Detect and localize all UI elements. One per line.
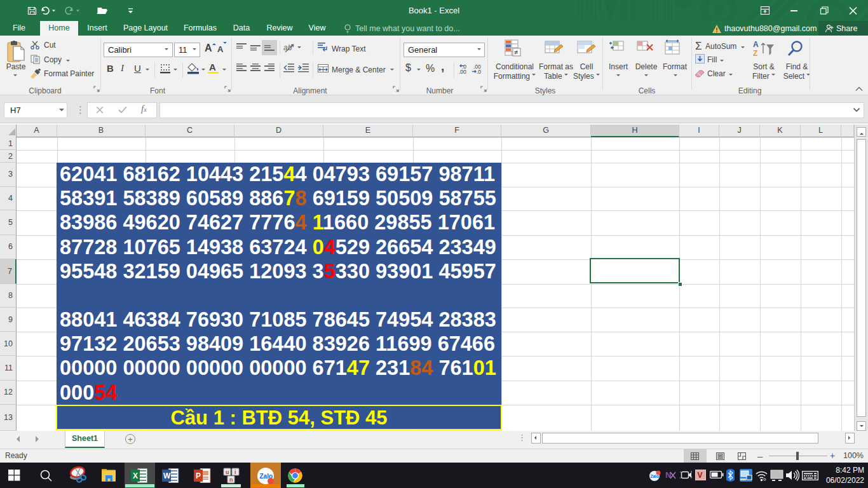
svg-text:P: P — [196, 471, 201, 480]
svg-text:W: W — [163, 471, 171, 480]
svg-text:X: X — [133, 471, 138, 480]
svg-text:.0: .0 — [477, 69, 481, 74]
svg-text:n: n — [229, 477, 233, 483]
svg-text:.00: .00 — [459, 69, 466, 74]
svg-text:Z: Z — [753, 49, 757, 58]
svg-text:u: u — [226, 469, 229, 475]
svg-text:A: A — [753, 40, 759, 49]
svg-text:ab: ab — [283, 43, 292, 52]
svg-text:V: V — [698, 471, 703, 480]
svg-text:i: i — [234, 469, 236, 475]
svg-text:≠: ≠ — [514, 48, 518, 56]
